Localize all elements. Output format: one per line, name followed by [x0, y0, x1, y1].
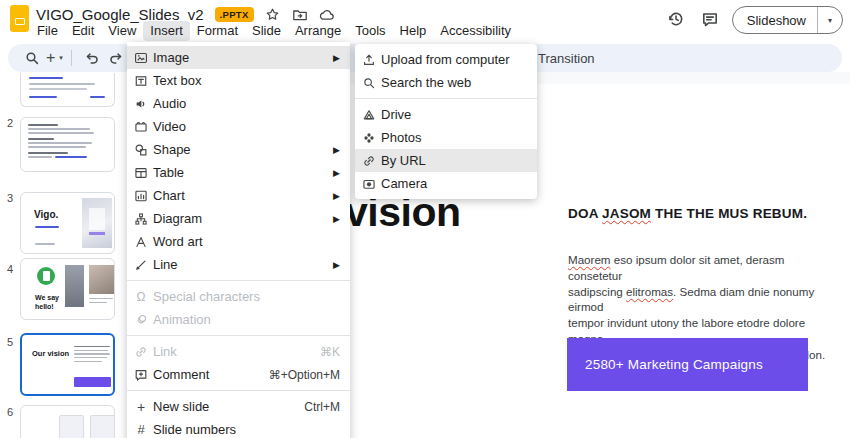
paragraph-line: sadipscing elitromas. Sedma diam dnie no…	[568, 284, 833, 316]
submenu-item-drive[interactable]: Drive	[355, 103, 537, 126]
thumbnail-content	[21, 73, 114, 102]
slide-number-4: 4	[4, 263, 16, 275]
menu-item-new-slide[interactable]: + New slideCtrl+M	[127, 395, 350, 418]
menu-slide[interactable]: Slide	[245, 21, 288, 41]
slideshow-label: Slideshow	[733, 13, 817, 28]
slideshow-button[interactable]: Slideshow ▾	[732, 6, 843, 34]
chart-icon	[134, 189, 148, 203]
menu-file[interactable]: File	[30, 21, 65, 41]
submenu-item-camera[interactable]: Camera	[355, 172, 537, 195]
doc-card-placeholder	[59, 415, 84, 438]
menu-help[interactable]: Help	[393, 21, 434, 41]
slide-number-5: 5	[4, 336, 16, 348]
shape-icon	[134, 143, 148, 157]
thumbnail-text-line	[35, 243, 55, 245]
menu-arrange[interactable]: Arrange	[288, 21, 348, 41]
insert-menu-dropdown: Image▶ Text box Audio Video Shape▶ Table…	[127, 42, 350, 438]
shortcut-label: Ctrl+M	[304, 400, 340, 414]
version-history-icon[interactable]	[664, 7, 690, 33]
thumbnail-image	[82, 198, 112, 248]
green-doc-badge	[37, 267, 55, 285]
caret-down-icon: ▾	[59, 54, 63, 62]
submenu-arrow-icon: ▶	[333, 191, 340, 201]
menu-item-slide-numbers[interactable]: # Slide numbers	[127, 418, 350, 438]
menu-divider	[127, 335, 350, 336]
shortcut-label: ⌘K	[320, 345, 340, 359]
menu-item-text-box[interactable]: Text box	[127, 69, 350, 92]
pptx-format-badge: .PPTX	[215, 7, 254, 22]
thumbnail-button	[74, 377, 111, 387]
menu-format[interactable]: Format	[190, 21, 245, 41]
toolbar-divider	[71, 50, 72, 66]
slide-number-6: 6	[4, 406, 16, 418]
upload-icon	[362, 53, 376, 67]
menu-divider	[355, 98, 537, 99]
heading-text: THE THE MUS REBUM.	[651, 206, 807, 221]
plus-icon: +	[46, 50, 55, 66]
slide-number-2: 2	[4, 117, 16, 129]
line-icon	[134, 258, 148, 272]
slide-thumbnail-2[interactable]	[20, 117, 115, 172]
comments-icon[interactable]	[698, 7, 724, 33]
slide-thumbnail-6[interactable]	[20, 405, 115, 438]
google-slides-window: vision DOA JASOM THE THE MUS REBUM. Maor…	[0, 0, 850, 438]
submenu-arrow-icon: ▶	[333, 53, 340, 63]
word-art-icon	[134, 235, 148, 249]
slide-thumbnail-5-selected[interactable]: Our vision	[20, 333, 115, 396]
menu-tools[interactable]: Tools	[348, 21, 392, 41]
submenu-item-upload-from-computer[interactable]: Upload from computer	[355, 48, 537, 71]
slide-thumbnail-4[interactable]: We say hello!	[20, 258, 115, 320]
thumbnail-title: Vigo.	[34, 209, 58, 220]
search-icon	[362, 76, 376, 90]
audio-icon	[134, 97, 148, 111]
menu-view[interactable]: View	[101, 21, 143, 41]
caret-down-icon[interactable]: ▾	[818, 16, 842, 25]
submenu-item-search-the-web[interactable]: Search the web	[355, 71, 537, 94]
submenu-arrow-icon: ▶	[333, 214, 340, 224]
diagram-icon	[134, 212, 148, 226]
menu-item-link: Link⌘K	[127, 340, 350, 363]
menu-item-chart[interactable]: Chart▶	[127, 184, 350, 207]
photo-placeholder	[89, 265, 114, 294]
menu-edit[interactable]: Edit	[65, 21, 101, 41]
google-slides-logo-icon[interactable]	[10, 5, 29, 32]
paragraph-line: Maorem eso ipsum dolor sit amet, derasm …	[568, 252, 833, 284]
thumbnail-title: Our vision	[32, 349, 69, 358]
doc-card-placeholder	[90, 415, 115, 438]
search-menus-icon[interactable]	[20, 46, 44, 70]
thumbnail-content	[21, 118, 114, 164]
new-slide-button[interactable]: + ▾	[46, 50, 63, 66]
thumbnail-caption: We say hello!	[35, 294, 67, 311]
submenu-item-by-url[interactable]: By URL	[355, 149, 537, 172]
menu-item-table[interactable]: Table▶	[127, 161, 350, 184]
menu-item-comment[interactable]: Comment⌘+Option+M	[127, 363, 350, 386]
slide-thumbnail-1[interactable]	[20, 73, 115, 107]
thumbnail-content	[74, 346, 110, 362]
image-icon	[134, 51, 148, 65]
redo-icon[interactable]	[104, 46, 128, 70]
transition-button[interactable]: Transition	[538, 44, 595, 72]
undo-icon[interactable]	[80, 46, 104, 70]
menu-item-diagram[interactable]: Diagram▶	[127, 207, 350, 230]
menu-item-line[interactable]: Line▶	[127, 253, 350, 276]
menu-item-video[interactable]: Video	[127, 115, 350, 138]
link-icon	[134, 345, 148, 359]
menu-item-image[interactable]: Image▶	[127, 46, 350, 69]
menu-bar: File Edit View Insert Format Slide Arran…	[30, 21, 518, 41]
menu-insert[interactable]: Insert	[143, 21, 190, 41]
slide-heading[interactable]: DOA JASOM THE THE MUS REBUM.	[568, 206, 807, 221]
menu-item-word-art[interactable]: Word art	[127, 230, 350, 253]
menu-item-animation: Animation	[127, 308, 350, 331]
photo-placeholder	[65, 265, 84, 307]
menu-accessibility[interactable]: Accessibility	[433, 21, 518, 41]
menu-item-audio[interactable]: Audio	[127, 92, 350, 115]
submenu-arrow-icon: ▶	[333, 168, 340, 178]
thumbnail-text-line	[89, 302, 107, 303]
video-icon	[134, 120, 148, 134]
menu-item-shape[interactable]: Shape▶	[127, 138, 350, 161]
menu-divider	[127, 280, 350, 281]
marketing-banner[interactable]: 2580+ Marketing Campaigns	[567, 338, 808, 391]
slide-thumbnail-3[interactable]: Vigo.	[20, 192, 115, 254]
submenu-item-photos[interactable]: Photos	[355, 126, 537, 149]
text-box-icon	[134, 74, 148, 88]
